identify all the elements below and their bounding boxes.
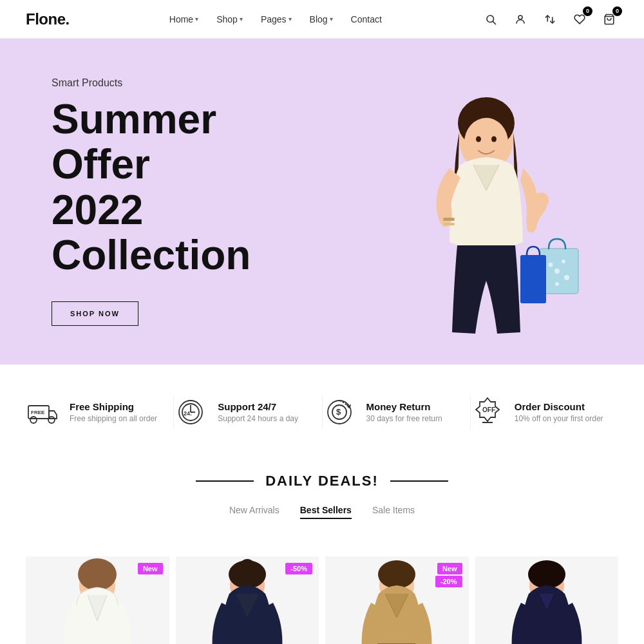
tab-new-arrivals[interactable]: New Arrivals (229, 505, 279, 519)
svg-line-1 (493, 21, 495, 24)
tab-sale-items[interactable]: Sale Items (372, 505, 415, 519)
account-button[interactable] (511, 10, 529, 28)
header: Flone. Home ▾ Shop ▾ Pages ▾ Blog ▾ Cont… (0, 0, 644, 39)
product-figure (489, 556, 605, 644)
feature-money-return-text: Money Return 30 days for free return (366, 401, 442, 423)
svg-rect-18 (443, 223, 455, 225)
feature-support-text: Support 24/7 Support 24 hours a day (218, 401, 298, 423)
svg-point-39 (241, 559, 254, 569)
nav-contact[interactable]: Contact (351, 14, 382, 24)
svg-point-7 (476, 136, 481, 142)
product-badge-new: New (138, 563, 163, 574)
order-discount-icon: OFF (471, 395, 504, 429)
product-card[interactable] (475, 556, 619, 644)
product-card[interactable]: New (26, 556, 169, 644)
svg-point-8 (491, 136, 497, 142)
feature-money-return: $ Money Return 30 days for free return (323, 395, 470, 429)
svg-text:FREE: FREE (31, 410, 45, 415)
svg-point-41 (378, 560, 415, 589)
svg-point-12 (562, 260, 565, 263)
title-line-left (196, 480, 254, 482)
nav-shop[interactable]: Shop ▾ (216, 14, 243, 24)
header-icons: 0 0 (482, 10, 618, 28)
svg-point-13 (549, 262, 553, 267)
product-card[interactable]: New -20% (325, 556, 469, 644)
chevron-down-icon: ▾ (330, 15, 333, 23)
product-image-area (475, 556, 619, 644)
chevron-down-icon: ▾ (240, 15, 243, 23)
daily-deals-title: DAILY DEALS! (26, 473, 618, 489)
hero-tag: Smart Products (52, 77, 270, 89)
hero-title: Summer Offer 2022 Collection (52, 97, 270, 278)
svg-point-14 (555, 282, 559, 286)
feature-free-shipping-text: Free Shipping Free shipping on all order (70, 401, 157, 423)
chevron-down-icon: ▾ (195, 15, 198, 23)
svg-rect-16 (520, 255, 546, 303)
features-section: FREE Free Shipping Free shipping on all … (0, 365, 644, 460)
wishlist-button[interactable]: 0 (571, 10, 589, 28)
daily-deals-heading: DAILY DEALS! (265, 473, 379, 489)
svg-point-21 (48, 417, 55, 423)
svg-text:OFF: OFF (482, 406, 495, 413)
logo[interactable]: Flone. (26, 10, 70, 28)
nav-home[interactable]: Home ▾ (169, 14, 198, 24)
compare-button[interactable] (541, 10, 559, 28)
product-badge-new: New (437, 563, 462, 574)
feature-order-discount-text: Order Discount 10% off on your first ord… (515, 401, 603, 423)
products-grid: New -50% (0, 556, 644, 644)
svg-text:24:: 24: (184, 410, 192, 417)
free-shipping-icon: FREE (26, 395, 59, 429)
svg-point-2 (518, 15, 522, 19)
cart-button[interactable]: 0 (600, 10, 618, 28)
chevron-down-icon: ▾ (289, 15, 292, 23)
svg-rect-17 (443, 218, 455, 221)
hero-image (374, 55, 605, 365)
feature-free-shipping: FREE Free Shipping Free shipping on all … (26, 395, 173, 429)
daily-deals-section: DAILY DEALS! New Arrivals Best Sellers S… (0, 460, 644, 556)
svg-point-35 (78, 558, 117, 591)
deals-tabs: New Arrivals Best Sellers Sale Items (26, 505, 618, 519)
support-icon: 24: (174, 395, 207, 429)
search-button[interactable] (482, 10, 500, 28)
feature-order-discount: OFF Order Discount 10% off on your first… (471, 395, 618, 429)
main-nav: Home ▾ Shop ▾ Pages ▾ Blog ▾ Contact (169, 14, 382, 24)
tab-best-sellers[interactable]: Best Sellers (300, 505, 352, 519)
svg-point-9 (533, 193, 549, 208)
cart-count: 0 (612, 6, 622, 16)
product-card[interactable]: -50% (176, 556, 319, 644)
feature-support: 24: Support 24/7 Support 24 hours a day (174, 395, 321, 429)
product-badge-sale: -50% (285, 563, 312, 574)
svg-point-44 (528, 560, 565, 589)
wishlist-count: 0 (583, 6, 592, 16)
svg-point-11 (554, 269, 560, 274)
hero-section: Smart Products Summer Offer 2022 Collect… (0, 39, 644, 365)
title-line-right (390, 480, 448, 482)
hero-content: Smart Products Summer Offer 2022 Collect… (0, 39, 322, 365)
svg-point-20 (30, 417, 37, 423)
shop-now-button[interactable]: SHOP NOW (52, 301, 138, 326)
nav-pages[interactable]: Pages ▾ (261, 14, 292, 24)
nav-blog[interactable]: Blog ▾ (310, 14, 333, 24)
hero-figure-svg (374, 62, 605, 365)
product-badge-discount: -20% (435, 576, 462, 587)
svg-point-15 (564, 275, 569, 280)
svg-text:$: $ (336, 407, 341, 417)
money-return-icon: $ (323, 395, 356, 429)
